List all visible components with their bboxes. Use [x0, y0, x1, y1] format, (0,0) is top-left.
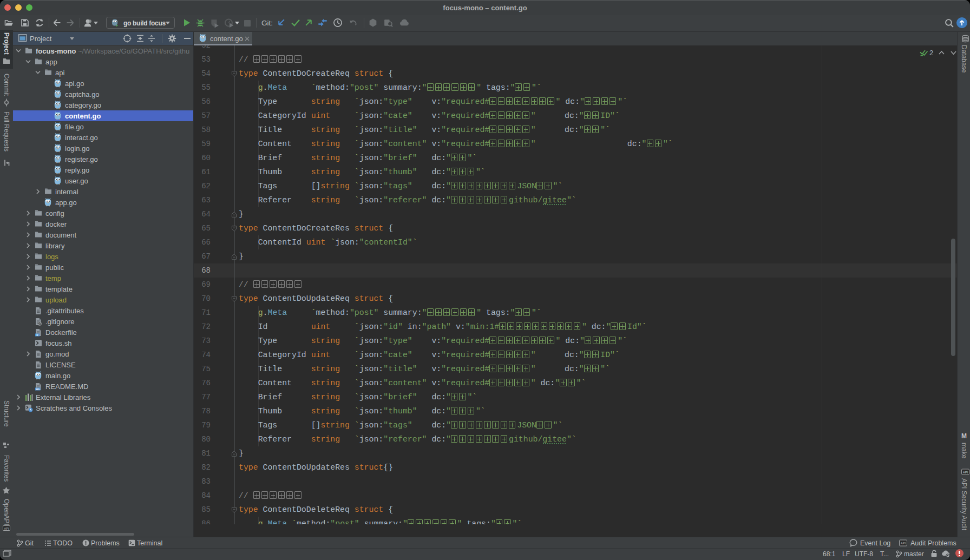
- svg-text:API: API: [4, 527, 9, 530]
- svg-text:API: API: [963, 471, 968, 474]
- svg-text:API: API: [901, 542, 906, 545]
- svg-text:MD: MD: [36, 388, 40, 391]
